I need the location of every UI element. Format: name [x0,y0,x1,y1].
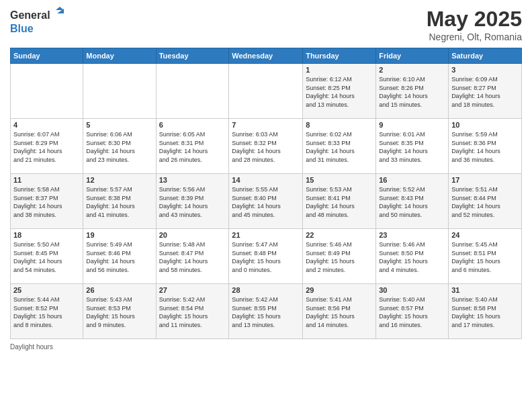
day-number: 5 [86,121,152,129]
day-number: 15 [306,176,373,184]
day-info: Sunrise: 5:44 AM Sunset: 8:52 PM Dayligh… [13,295,80,329]
calendar-cell: 29Sunrise: 5:41 AM Sunset: 8:56 PM Dayli… [303,284,376,339]
day-number: 11 [13,176,80,184]
day-number: 21 [232,231,300,239]
calendar-header-wednesday: Wednesday [229,48,303,64]
calendar-cell: 21Sunrise: 5:47 AM Sunset: 8:48 PM Dayli… [229,229,303,284]
calendar-cell: 25Sunrise: 5:44 AM Sunset: 8:52 PM Dayli… [11,284,83,339]
day-number: 16 [379,176,445,184]
day-number: 17 [451,176,519,184]
month-title: May 2025 [427,7,522,32]
calendar-cell: 23Sunrise: 5:46 AM Sunset: 8:50 PM Dayli… [376,229,449,284]
day-number: 28 [232,286,300,294]
footer: Daylight hours [10,343,522,351]
calendar-cell [83,64,156,119]
calendar-cell: 4Sunrise: 6:07 AM Sunset: 8:29 PM Daylig… [11,119,83,174]
calendar-cell: 15Sunrise: 5:53 AM Sunset: 8:41 PM Dayli… [303,174,376,229]
day-info: Sunrise: 5:52 AM Sunset: 8:43 PM Dayligh… [379,185,445,219]
calendar-week-row: 18Sunrise: 5:50 AM Sunset: 8:45 PM Dayli… [11,229,522,284]
day-info: Sunrise: 6:09 AM Sunset: 8:27 PM Dayligh… [451,75,519,109]
calendar-header-saturday: Saturday [449,48,522,64]
calendar-cell: 20Sunrise: 5:48 AM Sunset: 8:47 PM Dayli… [156,229,229,284]
day-info: Sunrise: 5:53 AM Sunset: 8:41 PM Dayligh… [306,185,373,219]
day-info: Sunrise: 5:45 AM Sunset: 8:51 PM Dayligh… [451,240,519,274]
day-number: 18 [13,231,80,239]
day-number: 6 [159,121,226,129]
day-number: 2 [379,66,445,74]
day-info: Sunrise: 5:42 AM Sunset: 8:55 PM Dayligh… [232,295,300,329]
day-info: Sunrise: 5:42 AM Sunset: 8:54 PM Dayligh… [159,295,226,329]
calendar-cell: 7Sunrise: 6:03 AM Sunset: 8:32 PM Daylig… [229,119,303,174]
calendar-cell: 18Sunrise: 5:50 AM Sunset: 8:45 PM Dayli… [11,229,83,284]
day-info: Sunrise: 5:46 AM Sunset: 8:49 PM Dayligh… [306,240,373,274]
calendar-cell: 9Sunrise: 6:01 AM Sunset: 8:35 PM Daylig… [376,119,449,174]
day-number: 19 [86,231,152,239]
calendar-cell [11,64,83,119]
svg-marker-2 [56,7,64,10]
calendar-header-sunday: Sunday [11,48,83,64]
calendar-cell [229,64,303,119]
day-number: 25 [13,286,80,294]
calendar-cell: 31Sunrise: 5:40 AM Sunset: 8:58 PM Dayli… [449,284,522,339]
day-number: 1 [306,66,373,74]
day-number: 29 [306,286,373,294]
calendar-header-row: SundayMondayTuesdayWednesdayThursdayFrid… [11,48,522,64]
day-info: Sunrise: 5:43 AM Sunset: 8:53 PM Dayligh… [86,295,152,329]
page: GeneralBlue May 2025 Negreni, Olt, Roman… [0,0,532,411]
day-number: 22 [306,231,373,239]
calendar-cell: 13Sunrise: 5:56 AM Sunset: 8:39 PM Dayli… [156,174,229,229]
day-info: Sunrise: 5:47 AM Sunset: 8:48 PM Dayligh… [232,240,300,274]
day-number: 24 [451,231,519,239]
calendar-header-tuesday: Tuesday [156,48,229,64]
day-number: 30 [379,286,445,294]
day-info: Sunrise: 6:03 AM Sunset: 8:32 PM Dayligh… [232,130,300,164]
header: GeneralBlue May 2025 Negreni, Olt, Roman… [10,7,522,42]
calendar-cell: 30Sunrise: 5:40 AM Sunset: 8:57 PM Dayli… [376,284,449,339]
day-info: Sunrise: 5:56 AM Sunset: 8:39 PM Dayligh… [159,185,226,219]
svg-text:General: General [10,9,50,21]
calendar-cell: 1Sunrise: 6:12 AM Sunset: 8:25 PM Daylig… [303,64,376,119]
day-info: Sunrise: 5:48 AM Sunset: 8:47 PM Dayligh… [159,240,226,274]
calendar-week-row: 11Sunrise: 5:58 AM Sunset: 8:37 PM Dayli… [11,174,522,229]
day-number: 13 [159,176,226,184]
day-info: Sunrise: 5:57 AM Sunset: 8:38 PM Dayligh… [86,185,152,219]
calendar-week-row: 1Sunrise: 6:12 AM Sunset: 8:25 PM Daylig… [11,64,522,119]
calendar-cell: 11Sunrise: 5:58 AM Sunset: 8:37 PM Dayli… [11,174,83,229]
day-info: Sunrise: 5:40 AM Sunset: 8:57 PM Dayligh… [379,295,445,329]
day-info: Sunrise: 5:41 AM Sunset: 8:56 PM Dayligh… [306,295,373,329]
day-number: 4 [13,121,80,129]
day-info: Sunrise: 6:01 AM Sunset: 8:35 PM Dayligh… [379,130,445,164]
day-info: Sunrise: 6:02 AM Sunset: 8:33 PM Dayligh… [306,130,373,164]
day-number: 27 [159,286,226,294]
calendar-week-row: 4Sunrise: 6:07 AM Sunset: 8:29 PM Daylig… [11,119,522,174]
calendar-table: SundayMondayTuesdayWednesdayThursdayFrid… [10,48,522,339]
calendar-cell: 16Sunrise: 5:52 AM Sunset: 8:43 PM Dayli… [376,174,449,229]
day-info: Sunrise: 6:12 AM Sunset: 8:25 PM Dayligh… [306,75,373,109]
calendar-header-friday: Friday [376,48,449,64]
calendar-cell: 14Sunrise: 5:55 AM Sunset: 8:40 PM Dayli… [229,174,303,229]
day-info: Sunrise: 6:07 AM Sunset: 8:29 PM Dayligh… [13,130,80,164]
calendar-cell: 27Sunrise: 5:42 AM Sunset: 8:54 PM Dayli… [156,284,229,339]
calendar-cell: 12Sunrise: 5:57 AM Sunset: 8:38 PM Dayli… [83,174,156,229]
day-info: Sunrise: 5:58 AM Sunset: 8:37 PM Dayligh… [13,185,80,219]
svg-text:Blue: Blue [10,23,34,34]
calendar-cell: 10Sunrise: 5:59 AM Sunset: 8:36 PM Dayli… [449,119,522,174]
day-number: 8 [306,121,373,129]
daylight-label: Daylight hours [10,343,53,351]
calendar-cell: 5Sunrise: 6:06 AM Sunset: 8:30 PM Daylig… [83,119,156,174]
calendar-header-monday: Monday [83,48,156,64]
calendar-cell: 8Sunrise: 6:02 AM Sunset: 8:33 PM Daylig… [303,119,376,174]
calendar-cell: 22Sunrise: 5:46 AM Sunset: 8:49 PM Dayli… [303,229,376,284]
day-info: Sunrise: 5:46 AM Sunset: 8:50 PM Dayligh… [379,240,445,274]
day-info: Sunrise: 6:05 AM Sunset: 8:31 PM Dayligh… [159,130,226,164]
day-number: 23 [379,231,445,239]
day-info: Sunrise: 5:40 AM Sunset: 8:58 PM Dayligh… [451,295,519,329]
day-info: Sunrise: 5:49 AM Sunset: 8:46 PM Dayligh… [86,240,152,274]
calendar-cell: 6Sunrise: 6:05 AM Sunset: 8:31 PM Daylig… [156,119,229,174]
calendar-cell: 28Sunrise: 5:42 AM Sunset: 8:55 PM Dayli… [229,284,303,339]
calendar-cell: 26Sunrise: 5:43 AM Sunset: 8:53 PM Dayli… [83,284,156,339]
calendar-cell: 24Sunrise: 5:45 AM Sunset: 8:51 PM Dayli… [449,229,522,284]
calendar-cell: 17Sunrise: 5:51 AM Sunset: 8:44 PM Dayli… [449,174,522,229]
calendar-cell: 19Sunrise: 5:49 AM Sunset: 8:46 PM Dayli… [83,229,156,284]
day-info: Sunrise: 5:59 AM Sunset: 8:36 PM Dayligh… [451,130,519,164]
